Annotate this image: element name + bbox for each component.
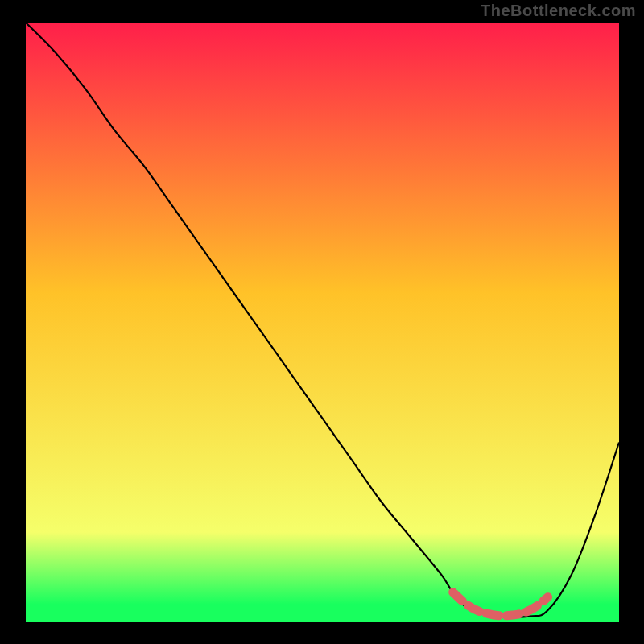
watermark-text: TheBottleneck.com bbox=[481, 2, 636, 20]
gradient-background bbox=[26, 23, 619, 622]
chart-frame: TheBottleneck.com bbox=[0, 0, 644, 644]
bottleneck-plot bbox=[0, 0, 644, 644]
